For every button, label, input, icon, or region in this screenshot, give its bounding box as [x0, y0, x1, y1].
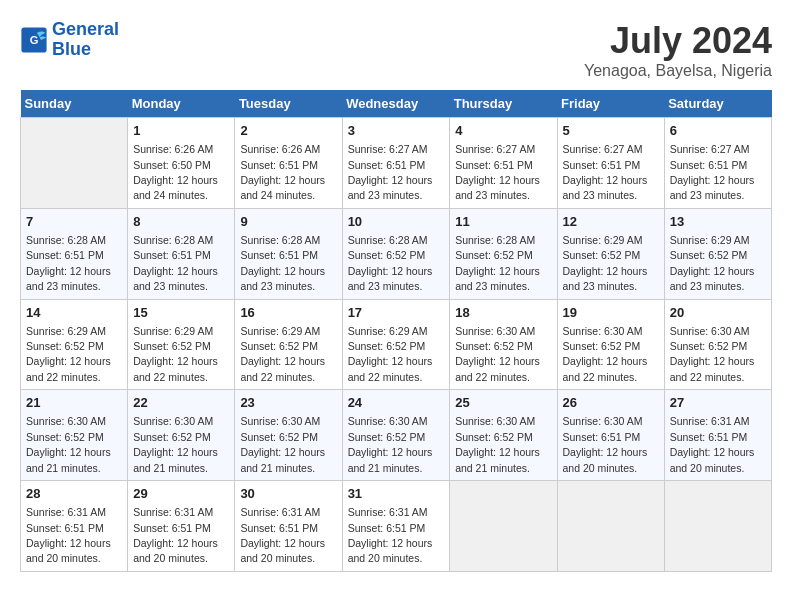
day-info: Sunrise: 6:30 AMSunset: 6:52 PMDaylight:…: [455, 415, 540, 473]
day-info: Sunrise: 6:30 AMSunset: 6:52 PMDaylight:…: [26, 415, 111, 473]
calendar-table: SundayMondayTuesdayWednesdayThursdayFrid…: [20, 90, 772, 572]
day-number: 22: [133, 394, 229, 412]
week-row-2: 7 Sunrise: 6:28 AMSunset: 6:51 PMDayligh…: [21, 208, 772, 299]
calendar-cell: 9 Sunrise: 6:28 AMSunset: 6:51 PMDayligh…: [235, 208, 342, 299]
day-number: 29: [133, 485, 229, 503]
day-info: Sunrise: 6:28 AMSunset: 6:52 PMDaylight:…: [348, 234, 433, 292]
month-year: July 2024: [584, 20, 772, 62]
calendar-header: SundayMondayTuesdayWednesdayThursdayFrid…: [21, 90, 772, 118]
day-number: 31: [348, 485, 445, 503]
day-number: 17: [348, 304, 445, 322]
calendar-cell: 22 Sunrise: 6:30 AMSunset: 6:52 PMDaylig…: [128, 390, 235, 481]
calendar-cell: [557, 481, 664, 572]
calendar-cell: 11 Sunrise: 6:28 AMSunset: 6:52 PMDaylig…: [450, 208, 557, 299]
day-number: 2: [240, 122, 336, 140]
day-info: Sunrise: 6:26 AMSunset: 6:50 PMDaylight:…: [133, 143, 218, 201]
day-number: 26: [563, 394, 659, 412]
logo-icon: G: [20, 26, 48, 54]
day-number: 28: [26, 485, 122, 503]
title-block: July 2024 Yenagoa, Bayelsa, Nigeria: [584, 20, 772, 80]
weekday-header-sunday: Sunday: [21, 90, 128, 118]
weekday-header-saturday: Saturday: [664, 90, 771, 118]
day-info: Sunrise: 6:29 AMSunset: 6:52 PMDaylight:…: [26, 325, 111, 383]
weekday-header-wednesday: Wednesday: [342, 90, 450, 118]
calendar-cell: 19 Sunrise: 6:30 AMSunset: 6:52 PMDaylig…: [557, 299, 664, 390]
calendar-cell: [450, 481, 557, 572]
day-info: Sunrise: 6:30 AMSunset: 6:52 PMDaylight:…: [563, 325, 648, 383]
day-info: Sunrise: 6:26 AMSunset: 6:51 PMDaylight:…: [240, 143, 325, 201]
calendar-cell: 15 Sunrise: 6:29 AMSunset: 6:52 PMDaylig…: [128, 299, 235, 390]
calendar-cell: 6 Sunrise: 6:27 AMSunset: 6:51 PMDayligh…: [664, 118, 771, 209]
day-number: 16: [240, 304, 336, 322]
weekday-header-monday: Monday: [128, 90, 235, 118]
calendar-cell: 27 Sunrise: 6:31 AMSunset: 6:51 PMDaylig…: [664, 390, 771, 481]
day-info: Sunrise: 6:29 AMSunset: 6:52 PMDaylight:…: [348, 325, 433, 383]
day-info: Sunrise: 6:27 AMSunset: 6:51 PMDaylight:…: [348, 143, 433, 201]
calendar-cell: 14 Sunrise: 6:29 AMSunset: 6:52 PMDaylig…: [21, 299, 128, 390]
day-info: Sunrise: 6:30 AMSunset: 6:52 PMDaylight:…: [133, 415, 218, 473]
day-info: Sunrise: 6:29 AMSunset: 6:52 PMDaylight:…: [563, 234, 648, 292]
logo-blue: Blue: [52, 40, 119, 60]
day-info: Sunrise: 6:31 AMSunset: 6:51 PMDaylight:…: [240, 506, 325, 564]
calendar-cell: 2 Sunrise: 6:26 AMSunset: 6:51 PMDayligh…: [235, 118, 342, 209]
day-info: Sunrise: 6:31 AMSunset: 6:51 PMDaylight:…: [26, 506, 111, 564]
day-number: 23: [240, 394, 336, 412]
day-number: 15: [133, 304, 229, 322]
svg-text:G: G: [30, 33, 39, 45]
day-info: Sunrise: 6:31 AMSunset: 6:51 PMDaylight:…: [670, 415, 755, 473]
day-info: Sunrise: 6:29 AMSunset: 6:52 PMDaylight:…: [133, 325, 218, 383]
page-header: G General Blue July 2024 Yenagoa, Bayels…: [20, 20, 772, 80]
day-number: 3: [348, 122, 445, 140]
week-row-5: 28 Sunrise: 6:31 AMSunset: 6:51 PMDaylig…: [21, 481, 772, 572]
calendar-cell: 25 Sunrise: 6:30 AMSunset: 6:52 PMDaylig…: [450, 390, 557, 481]
calendar-cell: 26 Sunrise: 6:30 AMSunset: 6:51 PMDaylig…: [557, 390, 664, 481]
calendar-cell: [21, 118, 128, 209]
day-number: 27: [670, 394, 766, 412]
week-row-3: 14 Sunrise: 6:29 AMSunset: 6:52 PMDaylig…: [21, 299, 772, 390]
weekday-row: SundayMondayTuesdayWednesdayThursdayFrid…: [21, 90, 772, 118]
day-number: 14: [26, 304, 122, 322]
day-info: Sunrise: 6:30 AMSunset: 6:52 PMDaylight:…: [348, 415, 433, 473]
logo-general: General: [52, 19, 119, 39]
calendar-cell: 21 Sunrise: 6:30 AMSunset: 6:52 PMDaylig…: [21, 390, 128, 481]
day-number: 6: [670, 122, 766, 140]
weekday-header-friday: Friday: [557, 90, 664, 118]
calendar-cell: 20 Sunrise: 6:30 AMSunset: 6:52 PMDaylig…: [664, 299, 771, 390]
calendar-cell: 8 Sunrise: 6:28 AMSunset: 6:51 PMDayligh…: [128, 208, 235, 299]
day-number: 24: [348, 394, 445, 412]
day-number: 7: [26, 213, 122, 231]
logo-text: General Blue: [52, 20, 119, 60]
calendar-cell: 28 Sunrise: 6:31 AMSunset: 6:51 PMDaylig…: [21, 481, 128, 572]
calendar-cell: 7 Sunrise: 6:28 AMSunset: 6:51 PMDayligh…: [21, 208, 128, 299]
day-number: 21: [26, 394, 122, 412]
calendar-cell: 13 Sunrise: 6:29 AMSunset: 6:52 PMDaylig…: [664, 208, 771, 299]
location: Yenagoa, Bayelsa, Nigeria: [584, 62, 772, 80]
day-number: 4: [455, 122, 551, 140]
calendar-cell: 24 Sunrise: 6:30 AMSunset: 6:52 PMDaylig…: [342, 390, 450, 481]
calendar-cell: 16 Sunrise: 6:29 AMSunset: 6:52 PMDaylig…: [235, 299, 342, 390]
day-number: 1: [133, 122, 229, 140]
calendar-cell: 17 Sunrise: 6:29 AMSunset: 6:52 PMDaylig…: [342, 299, 450, 390]
calendar-cell: 30 Sunrise: 6:31 AMSunset: 6:51 PMDaylig…: [235, 481, 342, 572]
weekday-header-thursday: Thursday: [450, 90, 557, 118]
day-number: 12: [563, 213, 659, 231]
day-info: Sunrise: 6:27 AMSunset: 6:51 PMDaylight:…: [563, 143, 648, 201]
calendar-cell: 4 Sunrise: 6:27 AMSunset: 6:51 PMDayligh…: [450, 118, 557, 209]
day-info: Sunrise: 6:30 AMSunset: 6:52 PMDaylight:…: [670, 325, 755, 383]
day-info: Sunrise: 6:31 AMSunset: 6:51 PMDaylight:…: [348, 506, 433, 564]
day-info: Sunrise: 6:30 AMSunset: 6:52 PMDaylight:…: [455, 325, 540, 383]
day-number: 19: [563, 304, 659, 322]
calendar-body: 1 Sunrise: 6:26 AMSunset: 6:50 PMDayligh…: [21, 118, 772, 572]
day-number: 18: [455, 304, 551, 322]
day-number: 25: [455, 394, 551, 412]
day-info: Sunrise: 6:30 AMSunset: 6:51 PMDaylight:…: [563, 415, 648, 473]
week-row-1: 1 Sunrise: 6:26 AMSunset: 6:50 PMDayligh…: [21, 118, 772, 209]
calendar-cell: 12 Sunrise: 6:29 AMSunset: 6:52 PMDaylig…: [557, 208, 664, 299]
day-info: Sunrise: 6:28 AMSunset: 6:52 PMDaylight:…: [455, 234, 540, 292]
day-number: 8: [133, 213, 229, 231]
calendar-cell: 18 Sunrise: 6:30 AMSunset: 6:52 PMDaylig…: [450, 299, 557, 390]
day-info: Sunrise: 6:28 AMSunset: 6:51 PMDaylight:…: [240, 234, 325, 292]
day-number: 10: [348, 213, 445, 231]
calendar-cell: 3 Sunrise: 6:27 AMSunset: 6:51 PMDayligh…: [342, 118, 450, 209]
logo: G General Blue: [20, 20, 119, 60]
